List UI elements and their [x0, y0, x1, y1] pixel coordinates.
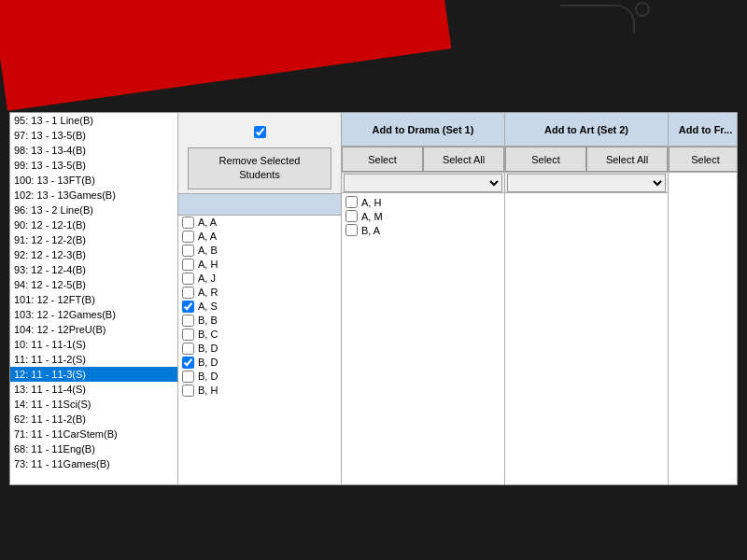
fg-label: B, D [198, 357, 218, 368]
col-items-0: A, HA, MB, A [342, 193, 504, 484]
fg-list-item: B, C [178, 328, 341, 342]
left-list-item[interactable]: 103: 12 - 12Games(B) [10, 307, 177, 322]
form-groups-checkbox[interactable] [254, 126, 266, 138]
fg-label: B, B [198, 315, 218, 326]
col-items-1 [505, 193, 668, 484]
left-list[interactable]: 95: 13 - 1 Line(B)97: 13 - 13-5(B)98: 13… [10, 113, 177, 484]
form-groups-list[interactable]: A, AA, AA, BA, HA, JA, RA, SB, BB, CB, D… [178, 216, 341, 484]
subject-column-1: Add to Art (Set 2)SelectSelect All [505, 113, 669, 484]
fg-list-item: B, D [178, 370, 341, 384]
fg-list-item: A, B [178, 244, 341, 258]
left-panel: 95: 13 - 1 Line(B)97: 13 - 13-5(B)98: 13… [10, 113, 178, 484]
fg-label: B, H [198, 385, 218, 396]
subject-column-2: Add to Fr...Select [669, 113, 737, 484]
banner-string [560, 5, 635, 33]
fg-checkbox[interactable] [182, 287, 194, 299]
left-list-item[interactable]: 100: 13 - 13FT(B) [10, 173, 177, 188]
col-buttons-2: Select [669, 147, 737, 173]
fg-list-item: B, H [178, 384, 341, 398]
left-list-item[interactable]: 11: 11 - 11-2(S) [10, 352, 177, 367]
left-list-item[interactable]: 10: 11 - 11-1(S) [10, 337, 177, 352]
left-list-item[interactable]: 13: 11 - 11-4(S) [10, 382, 177, 397]
left-list-item[interactable]: 14: 11 - 11Sci(S) [10, 397, 177, 412]
fg-list-item: B, B [178, 314, 341, 328]
fg-checkbox[interactable] [182, 357, 194, 369]
fg-checkbox[interactable] [182, 273, 194, 285]
fg-label: A, J [198, 273, 216, 284]
left-list-item[interactable]: 92: 12 - 12-3(B) [10, 247, 177, 262]
left-list-item[interactable]: 68: 11 - 11Eng(B) [10, 441, 177, 456]
left-list-item[interactable]: 93: 12 - 12-4(B) [10, 262, 177, 277]
form-groups-panel: Remove SelectedStudents A, AA, AA, BA, H… [178, 113, 342, 484]
left-list-item[interactable]: 98: 13 - 13-4(B) [10, 143, 177, 158]
col-item-checkbox[interactable] [345, 196, 358, 208]
col-dropdown-1[interactable] [507, 174, 666, 192]
fg-list-item: A, R [178, 286, 341, 300]
fg-list-item: A, H [178, 258, 341, 272]
left-list-item[interactable]: 95: 13 - 1 Line(B) [10, 113, 177, 128]
columns-area: Add to Drama (Set 1)SelectSelect AllA, H… [342, 113, 737, 484]
col-item-checkbox[interactable] [345, 224, 358, 236]
left-list-item[interactable]: 102: 13 - 13Games(B) [10, 188, 177, 203]
col-item-label: A, H [361, 197, 381, 208]
left-list-item[interactable]: 97: 13 - 13-5(B) [10, 128, 177, 143]
fg-checkbox[interactable] [182, 385, 194, 397]
left-list-item[interactable]: 71: 11 - 11CarStem(B) [10, 427, 177, 441]
fg-label: A, R [198, 287, 218, 298]
left-list-item[interactable]: 90: 12 - 12-1(B) [10, 217, 177, 232]
fg-checkbox[interactable] [182, 301, 194, 313]
col-list-item: A, M [342, 209, 504, 223]
fg-list-item: A, A [178, 216, 341, 230]
col-list-item: A, H [342, 195, 504, 209]
fg-checkbox[interactable] [182, 259, 194, 271]
select-button-2[interactable]: Select [669, 147, 737, 172]
fg-checkbox[interactable] [182, 329, 194, 341]
fg-label: A, H [198, 259, 218, 270]
col-items-2 [669, 173, 737, 484]
col-item-label: B, A [361, 225, 380, 236]
select-button-1[interactable]: Select [505, 147, 586, 172]
main-container: 95: 13 - 1 Line(B)97: 13 - 13-5(B)98: 13… [9, 112, 738, 485]
fg-list-item: A, A [178, 230, 341, 244]
fg-checkbox[interactable] [182, 245, 194, 257]
left-list-item[interactable]: 104: 12 - 12PreU(B) [10, 322, 177, 337]
col-item-label: A, M [361, 211, 383, 222]
fg-label: B, D [198, 371, 218, 382]
left-list-item[interactable]: 73: 11 - 11Games(B) [10, 456, 177, 471]
select-button-0[interactable]: Select [342, 147, 423, 172]
banner-circle [635, 2, 650, 17]
col-item-checkbox[interactable] [345, 210, 358, 222]
banner-container [0, 0, 747, 112]
fg-list-item: B, D [178, 356, 341, 370]
form-groups-header [178, 113, 341, 124]
left-list-item[interactable]: 94: 12 - 12-5(B) [10, 277, 177, 292]
fg-label: A, A [198, 217, 217, 228]
fg-label: A, B [198, 245, 218, 256]
col-header-1: Add to Art (Set 2) [505, 113, 668, 147]
left-list-item[interactable]: 96: 13 - 2 Line(B) [10, 203, 177, 217]
col-buttons-1: SelectSelect All [505, 147, 668, 173]
select-all-button-0[interactable]: Select All [423, 147, 504, 172]
subject-column-0: Add to Drama (Set 1)SelectSelect AllA, H… [342, 113, 505, 484]
form-groups-checkbox-row [178, 124, 341, 144]
fg-checkbox[interactable] [182, 343, 194, 355]
left-list-item[interactable]: 99: 13 - 13-5(B) [10, 158, 177, 173]
col-dropdown-0[interactable] [344, 174, 502, 192]
form-groups-list-header [178, 193, 341, 216]
fg-checkbox[interactable] [182, 217, 194, 229]
select-all-button-1[interactable]: Select All [586, 147, 668, 172]
fg-list-item: A, J [178, 272, 341, 286]
fg-checkbox[interactable] [182, 231, 194, 243]
remove-selected-button[interactable]: Remove SelectedStudents [188, 147, 331, 189]
left-list-item[interactable]: 12: 11 - 11-3(S) [10, 367, 177, 382]
fg-checkbox[interactable] [182, 315, 194, 327]
left-list-item[interactable]: 91: 12 - 12-2(B) [10, 232, 177, 247]
col-header-0: Add to Drama (Set 1) [342, 113, 504, 147]
col-header-2: Add to Fr... [669, 113, 737, 147]
col-buttons-0: SelectSelect All [342, 147, 504, 173]
left-list-item[interactable]: 101: 12 - 12FT(B) [10, 292, 177, 307]
fg-label: B, D [198, 343, 218, 354]
fg-list-item: B, D [178, 342, 341, 356]
left-list-item[interactable]: 62: 11 - 11-2(B) [10, 412, 177, 427]
fg-checkbox[interactable] [182, 371, 194, 383]
